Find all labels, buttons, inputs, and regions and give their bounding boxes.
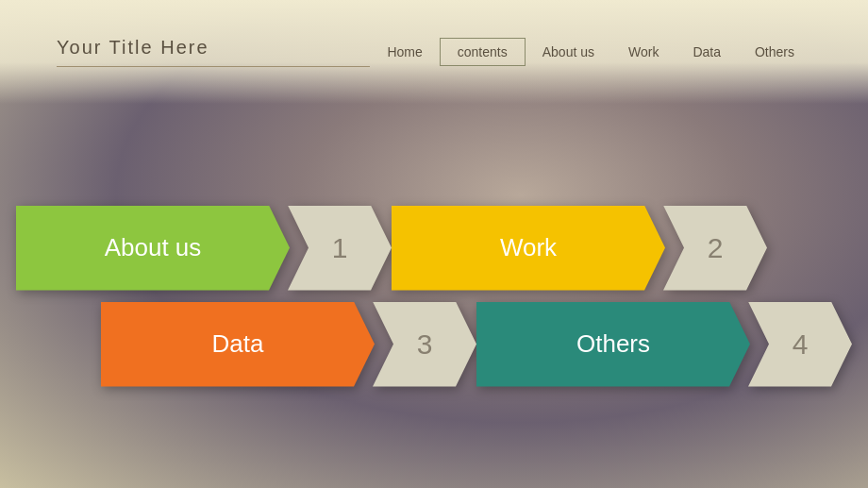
- header: Your Title Here Home contents About us W…: [0, 0, 868, 104]
- work-label[interactable]: Work: [392, 206, 665, 291]
- nav-data[interactable]: Data: [676, 39, 738, 65]
- number-3: 3: [373, 302, 476, 387]
- nav-others[interactable]: Others: [738, 39, 811, 65]
- others-label[interactable]: Others: [476, 302, 750, 387]
- row-1: About us 1 Work 2: [16, 206, 767, 291]
- nav-contents[interactable]: contents: [440, 38, 526, 66]
- nav-about-us[interactable]: About us: [526, 39, 611, 65]
- nav-home[interactable]: Home: [370, 39, 439, 65]
- row-2: Data 3 Others 4: [101, 302, 852, 387]
- about-us-label[interactable]: About us: [16, 206, 290, 291]
- data-label[interactable]: Data: [101, 302, 375, 387]
- logo: Your Title Here: [57, 37, 370, 67]
- main-content: About us 1 Work 2 Data 3 Others: [0, 104, 868, 488]
- number-4: 4: [748, 302, 852, 387]
- number-2: 2: [663, 206, 767, 291]
- nav: Home contents About us Work Data Others: [370, 38, 811, 66]
- content-area: About us 1 Work 2 Data 3 Others: [16, 206, 852, 387]
- number-1: 1: [288, 206, 392, 291]
- nav-work[interactable]: Work: [611, 39, 676, 65]
